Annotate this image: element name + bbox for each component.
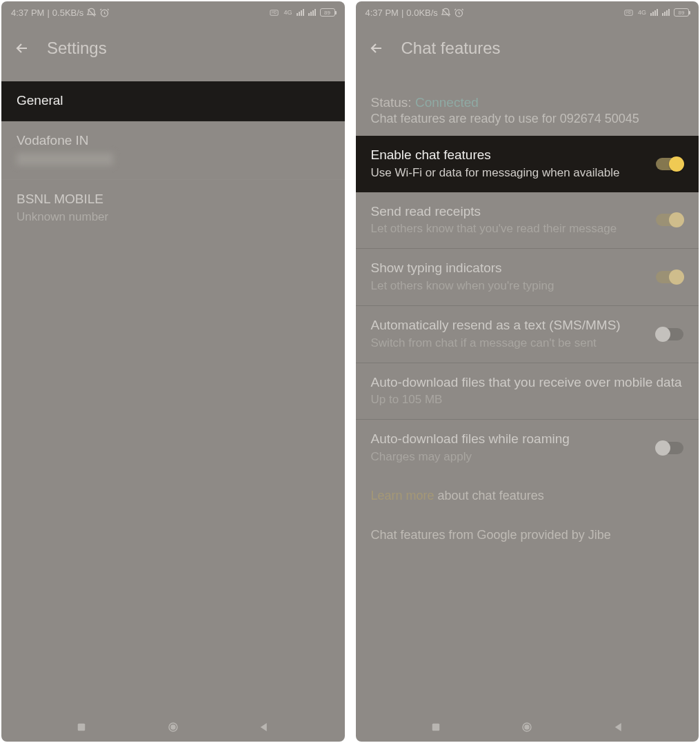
network-label: 4G bbox=[283, 9, 292, 16]
svg-rect-11 bbox=[432, 724, 440, 731]
recents-icon[interactable] bbox=[75, 721, 88, 733]
send-read-receipts[interactable]: Send read receipts Let others know that … bbox=[356, 192, 699, 249]
status-bar: 4:37 PM | 0.0KB/s HD 4G 89 bbox=[356, 1, 699, 21]
item-title: Send read receipts bbox=[371, 203, 647, 221]
settings-screen: 4:37 PM | 0.5KB/s HD 4G 89 Settings Gene… bbox=[1, 1, 345, 742]
status-time: 4:37 PM bbox=[11, 8, 44, 18]
alarm-icon bbox=[99, 8, 110, 18]
volte-icon: HD bbox=[623, 8, 634, 18]
svg-line-7 bbox=[442, 9, 449, 16]
nav-bar bbox=[356, 713, 699, 742]
mute-icon bbox=[86, 8, 97, 18]
back-arrow-icon[interactable] bbox=[368, 40, 385, 57]
svg-rect-4 bbox=[78, 724, 86, 731]
item-subtitle: Use Wi-Fi or data for messaging when ava… bbox=[371, 165, 647, 181]
item-subtitle: Unknown number bbox=[17, 210, 330, 225]
enable-chat-features[interactable]: Enable chat features Use Wi-Fi or data f… bbox=[356, 136, 699, 192]
svg-point-13 bbox=[525, 725, 529, 729]
item-title: Automatically resend as a text (SMS/MMS) bbox=[371, 317, 647, 334]
item-subtitle: Let others know that you've read their m… bbox=[371, 221, 647, 237]
svg-point-6 bbox=[171, 725, 175, 729]
status-divider: | bbox=[47, 8, 49, 18]
page-title: Settings bbox=[47, 39, 107, 58]
chat-features-screen: 4:37 PM | 0.0KB/s HD 4G 89 Chat features… bbox=[356, 1, 699, 742]
volte-icon: HD bbox=[269, 8, 279, 18]
status-time: 4:37 PM bbox=[366, 8, 399, 18]
item-subtitle: Switch from chat if a message can't be s… bbox=[371, 336, 647, 352]
status-block: Status: Connected Chat features are read… bbox=[356, 81, 699, 136]
toggle-auto-download-roaming[interactable] bbox=[656, 442, 683, 454]
back-nav-icon[interactable] bbox=[258, 721, 270, 733]
item-subtitle: Charges may apply bbox=[371, 449, 647, 465]
signal-icon-1 bbox=[297, 9, 304, 16]
provided-by: Chat features from Google provided by Ji… bbox=[356, 516, 699, 555]
network-label: 4G bbox=[638, 9, 646, 16]
svg-line-0 bbox=[88, 9, 95, 16]
app-bar: Settings bbox=[1, 21, 345, 69]
status-divider: | bbox=[401, 8, 403, 18]
auto-resend-sms[interactable]: Automatically resend as a text (SMS/MMS)… bbox=[356, 306, 699, 363]
battery-icon: 89 bbox=[320, 8, 335, 17]
item-title: Enable chat features bbox=[371, 147, 647, 164]
item-subtitle: Up to 105 MB bbox=[371, 392, 684, 408]
status-datarate: 0.0KB/s bbox=[406, 8, 438, 18]
learn-more-link[interactable]: Learn more bbox=[371, 489, 434, 502]
app-bar: Chat features bbox=[356, 21, 699, 69]
toggle-auto-resend[interactable] bbox=[656, 328, 683, 340]
toggle-read-receipts[interactable] bbox=[656, 214, 683, 226]
mute-icon bbox=[441, 8, 451, 18]
settings-item-general[interactable]: General bbox=[1, 81, 345, 121]
status-bar: 4:37 PM | 0.5KB/s HD 4G 89 bbox=[1, 1, 345, 21]
signal-icon-1 bbox=[650, 9, 658, 16]
status-value: Connected bbox=[415, 95, 479, 110]
item-title: Auto-download files that you receive ove… bbox=[371, 374, 684, 391]
item-title: BSNL MOBILE bbox=[17, 191, 330, 208]
settings-item-vodafone[interactable]: Vodafone IN bbox=[1, 121, 345, 181]
status-label: Status: bbox=[371, 95, 415, 110]
learn-more-row: Learn more about chat features bbox=[356, 476, 699, 516]
battery-icon: 89 bbox=[674, 8, 689, 17]
home-icon[interactable] bbox=[167, 721, 179, 733]
back-arrow-icon[interactable] bbox=[14, 40, 30, 57]
home-icon[interactable] bbox=[521, 721, 533, 733]
settings-item-bsnl[interactable]: BSNL MOBILE Unknown number bbox=[1, 180, 345, 236]
item-title: General bbox=[17, 92, 330, 110]
show-typing-indicators[interactable]: Show typing indicators Let others know w… bbox=[356, 249, 699, 305]
item-title: Show typing indicators bbox=[371, 260, 647, 277]
status-description: Chat features are ready to use for 09267… bbox=[371, 112, 684, 126]
nav-bar bbox=[1, 713, 345, 742]
toggle-typing-indicators[interactable] bbox=[656, 271, 683, 283]
svg-text:HD: HD bbox=[272, 10, 277, 14]
status-datarate: 0.5KB/s bbox=[52, 8, 84, 18]
auto-download-roaming[interactable]: Auto-download files while roaming Charge… bbox=[356, 420, 699, 476]
page-title: Chat features bbox=[401, 39, 501, 58]
signal-icon-2 bbox=[308, 9, 316, 16]
toggle-enable-chat[interactable] bbox=[656, 158, 683, 170]
item-title: Auto-download files while roaming bbox=[371, 431, 647, 448]
item-subtitle: Let others know when you're typing bbox=[371, 278, 647, 294]
back-nav-icon[interactable] bbox=[612, 721, 625, 733]
recents-icon[interactable] bbox=[430, 721, 442, 733]
auto-download-mobile[interactable]: Auto-download files that you receive ove… bbox=[356, 363, 699, 420]
alarm-icon bbox=[454, 8, 464, 18]
learn-more-text: about chat features bbox=[434, 489, 544, 502]
signal-icon-2 bbox=[662, 9, 670, 16]
blurred-number bbox=[17, 153, 113, 165]
svg-text:HD: HD bbox=[626, 10, 632, 14]
item-title: Vodafone IN bbox=[17, 132, 330, 150]
